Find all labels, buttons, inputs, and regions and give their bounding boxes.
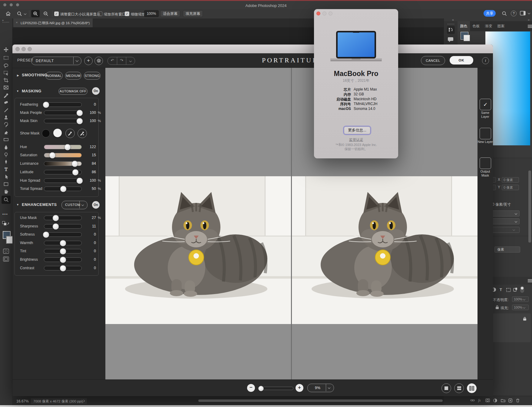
plugin-minimize-icon[interactable] [21,47,26,51]
dodge-tool-icon[interactable] [2,151,10,158]
history-brush-tool-icon[interactable] [2,121,10,128]
fill-screen-button[interactable]: 填充屏幕 [183,10,203,17]
tint-slider[interactable] [44,249,82,253]
portraiture-titlebar[interactable] [12,45,493,54]
settings-button[interactable] [94,57,103,65]
x-field[interactable]: 0 像素 [502,177,519,183]
vertical-split-view-button[interactable] [467,383,477,393]
single-view-button[interactable] [441,383,451,393]
healing-brush-tool-icon[interactable] [2,99,10,106]
resize-window-checkbox[interactable]: ✓ [54,12,59,16]
opacity-value[interactable]: 100% [512,296,529,302]
filter-smart-icon[interactable] [513,287,517,293]
slider-thumb[interactable] [60,256,66,263]
slider-thumb[interactable] [64,144,71,150]
move-tool-icon[interactable] [2,46,10,53]
workspace-dropdown-icon[interactable] [528,12,530,14]
preview-zoom-dropdown[interactable]: 9% [307,384,334,392]
plugin-zoom-icon[interactable] [28,47,32,51]
zoom-tool-dropdown-icon[interactable] [24,12,26,15]
feathering-slider[interactable] [44,102,82,107]
slider-thumb[interactable] [76,110,83,116]
panel-background-swatch[interactable] [464,35,470,41]
preview-zoom-thumb[interactable] [258,386,264,391]
zoom-out-preview-button[interactable]: − [247,384,255,392]
slider-thumb[interactable] [76,118,83,124]
new-layer-checkbox[interactable]: ✓ [480,128,491,139]
link-layers-icon[interactable] [470,399,475,403]
use-mask-slider[interactable] [44,216,82,220]
show-mask-black-button[interactable] [42,129,50,137]
gradient-tool-icon[interactable] [2,136,10,143]
sharpness-slider[interactable] [44,224,82,229]
slider-thumb[interactable] [53,215,59,221]
slider-thumb[interactable] [53,223,59,230]
tab-patterns[interactable]: 图案 [495,21,507,31]
panel-scrollbar[interactable] [528,170,531,243]
zoom-in-preview-button[interactable]: + [296,384,303,392]
path-selection-tool-icon[interactable] [2,173,10,180]
doc-info-pill[interactable]: 7008 像素 x 4672 像素 (300 ppi) [31,398,87,404]
tools-grip[interactable] [2,22,10,23]
tab-swatches[interactable]: 色板 [470,21,482,31]
slider-thumb[interactable] [60,240,66,246]
adjustment-layer-icon[interactable] [493,399,497,403]
pen-tool-icon[interactable] [2,158,10,166]
tab-color[interactable]: 颜色 [458,21,470,31]
enhancements-collapse-icon[interactable]: ▼ [16,203,19,206]
smoothing-collapse-icon[interactable]: ▶ [17,74,19,77]
share-button[interactable]: 共享 [484,10,496,17]
hue-slider[interactable] [44,145,82,149]
layer-mask-icon[interactable] [485,399,490,403]
fit-screen-button[interactable]: 适合屏幕 [160,10,180,17]
latitude-slider[interactable] [44,170,82,174]
new-layer-icon[interactable] [508,399,512,403]
search-icon[interactable] [502,11,507,17]
brightness-slider[interactable] [44,257,82,262]
automask-button[interactable]: AUTOMASK OFF [58,88,88,95]
workspace-icon[interactable] [520,11,526,17]
layers-menu-icon[interactable] [528,279,532,282]
tab-gradients[interactable]: 渐变 [482,21,495,31]
slider-thumb[interactable] [76,177,83,184]
horizontal-scrollbar[interactable] [198,399,443,402]
tonal-spread-slider[interactable] [44,187,82,191]
slider-thumb[interactable] [60,248,66,254]
slider-thumb[interactable] [43,101,49,108]
slider-thumb[interactable] [71,160,78,167]
preset-dropdown[interactable]: DEFAULT [31,57,81,65]
units-dropdown[interactable]: 像素 [494,247,520,253]
dialog-close-icon[interactable] [316,12,320,15]
hue-spread-slider[interactable] [44,178,82,183]
clone-stamp-tool-icon[interactable] [2,114,10,121]
masking-on-toggle[interactable]: On [92,87,100,95]
lock-icon[interactable] [495,305,499,310]
eraser-tool-icon[interactable] [2,128,10,136]
add-preset-button[interactable]: + [84,57,93,65]
frame-tool-icon[interactable] [2,84,10,91]
eyedropper-tool-icon[interactable] [2,91,10,99]
properties-panel-icon[interactable] [447,26,455,34]
mask-people-slider[interactable] [44,111,82,115]
rectangle-tool-icon[interactable] [2,180,10,188]
smoothing-medium-button[interactable]: MEDIUM [65,72,81,80]
filter-shape-icon[interactable] [506,288,511,293]
quick-mask-icon[interactable] [3,249,9,255]
contrast-slider[interactable] [44,266,82,270]
saturation-slider[interactable] [44,153,82,157]
layer-effects-icon[interactable]: fx [478,398,481,403]
delete-layer-icon[interactable] [516,399,520,403]
regulatory-link[interactable]: 监管认证 [314,137,398,142]
filter-toggle[interactable] [520,286,524,293]
masking-collapse-icon[interactable]: ▼ [16,90,19,93]
warmth-slider[interactable] [44,241,82,245]
hand-tool-icon[interactable] [2,188,10,195]
preview-zoom-slider[interactable] [258,387,293,390]
panel-menu-icon[interactable] [528,25,532,28]
zoom-all-windows-checkbox[interactable]: ✓ [98,12,102,16]
enhancements-preset-dropdown[interactable]: CUSTOM [61,201,88,209]
zoom-in-button[interactable] [31,10,40,17]
smoothing-strong-button[interactable]: STRONG [84,72,101,80]
same-layer-checkbox[interactable]: ✓ [480,99,491,110]
screen-mode-icon[interactable] [3,256,9,263]
